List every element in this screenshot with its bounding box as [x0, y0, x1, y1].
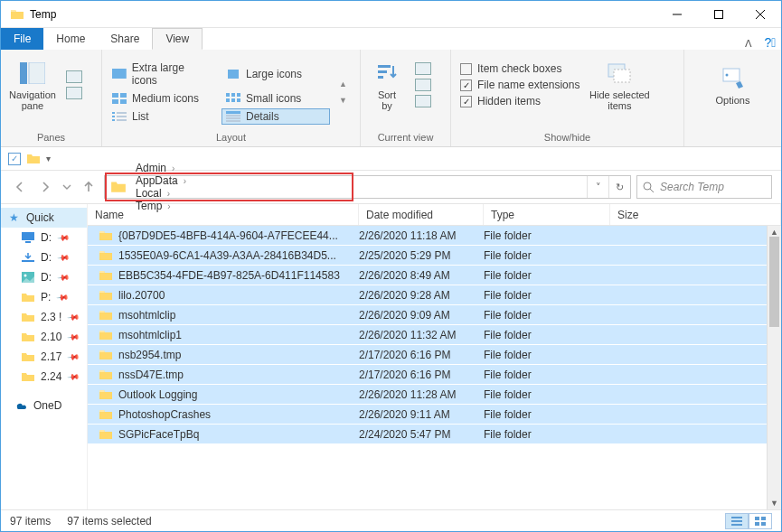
- sidebar-item[interactable]: D:: [1, 267, 87, 287]
- ribbon-collapse-icon[interactable]: ᐱ: [738, 38, 759, 50]
- details-pane-button[interactable]: [66, 87, 82, 99]
- sidebar-onedrive[interactable]: OneD: [1, 396, 87, 415]
- nav-forward-button[interactable]: [35, 177, 55, 197]
- thumbnails-view-button[interactable]: [749, 513, 772, 529]
- file-row[interactable]: msohtmlclip2/26/2020 9:09 AMFile folder: [88, 305, 781, 325]
- refresh-button[interactable]: ↻: [608, 176, 630, 198]
- ribbon-tabs: File Home Share View ᐱ ?⃝: [1, 28, 781, 50]
- sidebar-item[interactable]: P:: [1, 287, 87, 307]
- sidebar-quick-access[interactable]: ★ Quick: [1, 208, 87, 228]
- file-row[interactable]: lilo.207002/26/2020 9:28 AMFile folder: [88, 285, 781, 305]
- nav-up-button[interactable]: [79, 177, 99, 197]
- layout-medium-icons[interactable]: Medium icons: [108, 90, 216, 107]
- layout-small-icons[interactable]: Small icons: [221, 90, 330, 107]
- breadcrumb-segment[interactable]: AppData›: [130, 174, 192, 187]
- svg-rect-3: [112, 69, 127, 79]
- sidebar-item[interactable]: 2.10: [1, 327, 87, 347]
- tab-file[interactable]: File: [1, 28, 43, 50]
- layout-details[interactable]: Details: [221, 108, 330, 125]
- svg-rect-13: [231, 98, 235, 102]
- minimize-button[interactable]: [656, 1, 698, 27]
- svg-point-37: [24, 275, 27, 277]
- details-view-button[interactable]: [725, 513, 749, 529]
- maximize-button[interactable]: [698, 1, 740, 27]
- folder-icon: [99, 427, 113, 442]
- search-box[interactable]: Search Temp: [636, 175, 772, 199]
- hidden-items-toggle[interactable]: ✓Hidden items: [460, 95, 579, 107]
- sidebar-item[interactable]: 2.24: [1, 367, 87, 387]
- size-columns-button[interactable]: [415, 95, 431, 107]
- file-row[interactable]: SGPicFaceTpBq2/24/2020 5:47 PMFile folde…: [88, 425, 781, 444]
- hide-selected-icon: [605, 59, 634, 88]
- column-type[interactable]: Type: [484, 204, 610, 225]
- file-row[interactable]: nsb2954.tmp2/17/2020 6:16 PMFile folder: [88, 345, 781, 365]
- chevron-right-icon: ›: [172, 163, 174, 173]
- column-date-modified[interactable]: Date modified: [359, 204, 484, 225]
- nav-history-dropdown[interactable]: [61, 177, 73, 197]
- file-row[interactable]: {0B7D9DE5-4BFB-414A-9604-A7FECEE44...2/2…: [88, 226, 781, 246]
- sidebar-item[interactable]: D:: [1, 228, 87, 247]
- breadcrumb-segment[interactable]: Admin›: [130, 162, 192, 174]
- options-button[interactable]: Options: [707, 53, 759, 117]
- layout-scroll-up-icon[interactable]: ▲: [339, 79, 347, 89]
- breadcrumb-history-dropdown[interactable]: ˅: [587, 176, 608, 198]
- file-date: 2/17/2020 6:16 PM: [359, 349, 484, 361]
- folder-icon: [99, 407, 113, 422]
- file-name: nsb2954.tmp: [118, 349, 181, 361]
- svg-rect-22: [226, 115, 240, 117]
- scroll-down-icon[interactable]: ▼: [768, 497, 781, 509]
- layout-scroll-down-icon[interactable]: ▼: [339, 96, 347, 105]
- svg-rect-25: [378, 65, 391, 68]
- view-mini-buttons: [415, 53, 431, 117]
- file-name: PhotoshopCrashes: [118, 408, 211, 421]
- file-type: File folder: [484, 289, 610, 302]
- file-name: Outlook Logging: [118, 388, 197, 401]
- qat-dropdown-icon[interactable]: ▾: [46, 154, 51, 163]
- group-by-button[interactable]: [415, 62, 431, 75]
- layout-extra-large-icons[interactable]: Extra large icons: [108, 60, 216, 89]
- tab-view[interactable]: View: [152, 28, 203, 50]
- folder-icon: [21, 310, 35, 324]
- layout-list[interactable]: List: [108, 108, 216, 125]
- file-row[interactable]: nssD47E.tmp2/17/2020 6:16 PMFile folder: [88, 365, 781, 385]
- address-bar[interactable]: Admin›AppData›Local›Temp› ˅ ↻: [104, 175, 631, 199]
- file-type: File folder: [484, 249, 610, 262]
- hide-selected-items-button[interactable]: Hide selected items: [583, 53, 655, 117]
- qat-folder-icon[interactable]: [26, 152, 41, 166]
- vertical-scrollbar[interactable]: ▲ ▼: [767, 226, 781, 509]
- item-check-boxes-toggle[interactable]: Item check boxes: [460, 62, 579, 75]
- file-row[interactable]: 1535E0A9-6CA1-4A39-A3AA-28416B34D5...2/2…: [88, 246, 781, 266]
- preview-pane-button[interactable]: [66, 70, 82, 83]
- tab-home[interactable]: Home: [43, 28, 98, 50]
- window-title: Temp: [30, 8, 656, 21]
- svg-rect-43: [755, 522, 759, 526]
- add-columns-button[interactable]: [415, 79, 431, 91]
- close-button[interactable]: [740, 1, 781, 27]
- nav-back-button[interactable]: [10, 177, 30, 197]
- scrollbar-thumb[interactable]: [769, 237, 779, 327]
- column-size[interactable]: Size: [610, 204, 781, 225]
- download-icon: [21, 250, 35, 265]
- help-icon[interactable]: ?⃝: [759, 35, 781, 50]
- file-row[interactable]: EBB5C354-4FDE-4B97-825A-6D411F1145832/26…: [88, 266, 781, 285]
- svg-rect-1: [20, 62, 27, 84]
- breadcrumb-segment[interactable]: Local›: [130, 187, 192, 200]
- svg-rect-2: [29, 62, 45, 84]
- qat-checkbox-icon[interactable]: ✓: [8, 153, 21, 165]
- sort-by-button[interactable]: Sort by: [366, 53, 408, 117]
- details-icon: [226, 111, 240, 122]
- file-row[interactable]: Outlook Logging2/26/2020 11:28 AMFile fo…: [88, 385, 781, 405]
- sidebar-item[interactable]: D:: [1, 247, 87, 267]
- file-type: File folder: [484, 269, 610, 282]
- svg-rect-29: [614, 70, 630, 82]
- layout-large-icons[interactable]: Large icons: [221, 60, 330, 89]
- column-name[interactable]: Name: [88, 204, 359, 225]
- navigation-pane-button[interactable]: Navigation pane: [6, 53, 59, 117]
- file-row[interactable]: msohtmlclip12/26/2020 11:32 AMFile folde…: [88, 325, 781, 345]
- file-date: 2/26/2020 11:32 AM: [359, 329, 484, 341]
- tab-share[interactable]: Share: [98, 28, 152, 50]
- sidebar-item[interactable]: 2.17: [1, 347, 87, 367]
- file-row[interactable]: PhotoshopCrashes2/26/2020 9:11 AMFile fo…: [88, 405, 781, 425]
- sidebar-item[interactable]: 2.3 !: [1, 307, 87, 327]
- file-name-extensions-toggle[interactable]: ✓File name extensions: [460, 79, 579, 91]
